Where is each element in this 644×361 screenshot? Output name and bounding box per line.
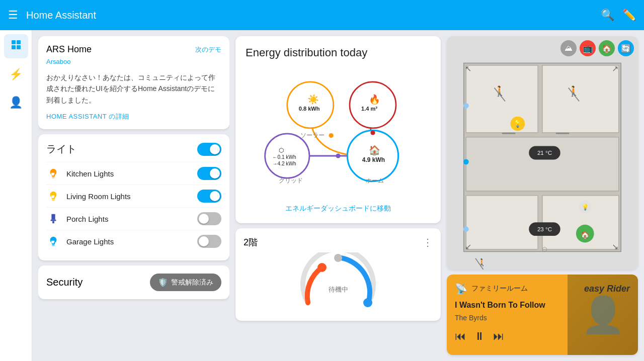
play-pause-button[interactable]: ⏸ bbox=[474, 330, 485, 343]
svg-text:🔥: 🔥 bbox=[369, 94, 380, 105]
next-track-button[interactable]: ⏭ bbox=[493, 330, 504, 343]
cast-icon: 📡 bbox=[455, 283, 467, 295]
svg-text:💡: 💡 bbox=[513, 119, 522, 128]
search-icon[interactable]: 🔍 bbox=[601, 9, 614, 22]
svg-rect-40 bbox=[466, 137, 618, 191]
shield-icon: 🛡️ bbox=[158, 278, 168, 287]
svg-point-33 bbox=[334, 254, 342, 262]
menu-icon[interactable]: ☰ bbox=[8, 9, 18, 22]
svg-rect-67 bbox=[556, 133, 570, 134]
sidebar-item-lightning[interactable]: ⚡ bbox=[4, 62, 28, 86]
svg-rect-6 bbox=[52, 200, 55, 200]
music-controls: ⏮ ⏸ ⏭ bbox=[455, 330, 630, 343]
music-song-title: I Wasn't Born To Follow bbox=[455, 301, 630, 310]
floor-plan-container: ↖ ↗ ↙ ↘ 🚶 🚶 💡 bbox=[447, 36, 638, 269]
thermostat-more-icon[interactable]: ⋮ bbox=[423, 236, 433, 248]
left-column: ARS Home 次のデモ Arsaboo おかえりなさい！あなたは、コミュニテ… bbox=[38, 36, 229, 355]
disarmed-label: 警戒解除済み bbox=[171, 278, 213, 287]
porch-lights-toggle[interactable] bbox=[197, 212, 221, 225]
svg-rect-7 bbox=[52, 200, 55, 201]
lights-card: ライト Kitchen Lights bbox=[38, 134, 229, 260]
lightning-icon: ⚡ bbox=[9, 68, 23, 81]
svg-text:4.9 kWh: 4.9 kWh bbox=[362, 156, 385, 163]
arsaboo-link[interactable]: Arsaboo bbox=[46, 58, 70, 65]
sidebar-item-person[interactable]: 👤 bbox=[4, 91, 28, 115]
floor-plan-card: ⛰ 📺 🏠 🔄 bbox=[447, 36, 638, 269]
music-brand: easy Rider bbox=[584, 284, 630, 294]
energy-dashboard-link[interactable]: エネルギーダッシュボードに移動 bbox=[246, 200, 431, 213]
garage-light-icon bbox=[46, 234, 60, 248]
svg-text:グリッド: グリッド bbox=[279, 177, 303, 184]
welcome-card: ARS Home 次のデモ Arsaboo おかえりなさい！あなたは、コミュニテ… bbox=[38, 36, 229, 129]
svg-point-26 bbox=[347, 130, 398, 181]
app-title: Home Assistant bbox=[26, 10, 601, 21]
porch-lights-row: Porch Lights bbox=[46, 207, 221, 230]
tv-btn[interactable]: 📺 bbox=[580, 40, 596, 56]
music-source: 📡 ファミリールーム easy Rider bbox=[455, 283, 630, 295]
thermostat-title: 2階 bbox=[244, 236, 258, 248]
svg-point-35 bbox=[363, 298, 372, 307]
svg-text:⬡: ⬡ bbox=[279, 147, 284, 154]
svg-text:↖: ↖ bbox=[465, 64, 471, 73]
security-card: Security 🛡️ 警戒解除済み bbox=[38, 265, 229, 299]
svg-text:💡: 💡 bbox=[582, 204, 589, 211]
lights-title: ライト bbox=[46, 142, 76, 156]
thermostat-dial: 待機中 bbox=[244, 252, 433, 313]
living-room-lights-toggle[interactable] bbox=[197, 190, 221, 203]
svg-text:ホーム: ホーム bbox=[366, 177, 384, 184]
edit-icon[interactable]: ✏️ bbox=[622, 9, 636, 22]
refresh-btn[interactable]: 🔄 bbox=[618, 40, 634, 56]
svg-text:21 °C: 21 °C bbox=[537, 149, 552, 156]
svg-text:↘: ↘ bbox=[612, 242, 618, 251]
svg-point-31 bbox=[329, 133, 334, 138]
living-room-lights-name: Living Room Lights bbox=[66, 192, 197, 201]
garage-lights-toggle[interactable] bbox=[197, 235, 221, 248]
prev-track-button[interactable]: ⏮ bbox=[455, 330, 466, 343]
svg-rect-4 bbox=[52, 177, 55, 177]
porch-lights-name: Porch Lights bbox=[66, 215, 197, 223]
floor-top-bar: ⛰ 📺 🏠 🔄 bbox=[560, 40, 634, 56]
person-icon: 👤 bbox=[9, 96, 23, 109]
svg-rect-11 bbox=[52, 245, 55, 245]
porch-light-icon bbox=[46, 212, 60, 226]
svg-point-63 bbox=[463, 103, 469, 109]
svg-text:←0.1 kWh: ←0.1 kWh bbox=[272, 154, 296, 160]
lights-master-toggle[interactable] bbox=[197, 143, 221, 156]
svg-text:→4.2 kWh: →4.2 kWh bbox=[272, 161, 296, 166]
kitchen-lights-toggle[interactable] bbox=[197, 167, 221, 180]
svg-rect-1 bbox=[17, 40, 21, 44]
music-card-inner: 📡 ファミリールーム easy Rider I Wasn't Born To F… bbox=[455, 283, 630, 343]
sidebar: ⚡ 👤 bbox=[0, 30, 32, 361]
svg-point-13 bbox=[287, 82, 334, 128]
music-room-name: ファミリールーム bbox=[471, 284, 528, 293]
svg-rect-2 bbox=[12, 45, 16, 49]
home-btn[interactable]: 🏠 bbox=[599, 40, 615, 56]
sidebar-item-dashboard[interactable] bbox=[4, 34, 28, 58]
next-demo-link[interactable]: 次のデモ bbox=[195, 45, 221, 54]
home-title: ARS Home bbox=[46, 44, 92, 55]
svg-point-32 bbox=[370, 130, 375, 135]
app-header: ☰ Home Assistant 🔍 ✏️ bbox=[0, 0, 644, 30]
thermostat-card: 2階 ⋮ 待機中 bbox=[235, 228, 441, 321]
svg-text:🏠: 🏠 bbox=[369, 144, 380, 156]
living-room-light-icon bbox=[46, 189, 60, 203]
svg-text:🏠: 🏠 bbox=[581, 230, 590, 239]
svg-point-30 bbox=[336, 153, 340, 158]
header-actions: 🔍 ✏️ bbox=[601, 9, 636, 22]
kitchen-light-icon bbox=[46, 166, 60, 180]
svg-point-65 bbox=[463, 226, 469, 232]
welcome-text: おかえりなさい！あなたは、コミュニティによって作成された優れたUIを紹介するHo… bbox=[46, 72, 221, 106]
svg-text:↗: ↗ bbox=[612, 64, 618, 73]
disarmed-button[interactable]: 🛡️ 警戒解除済み bbox=[150, 274, 221, 291]
floor-plan-svg: ↖ ↗ ↙ ↘ 🚶 🚶 💡 bbox=[447, 36, 638, 269]
main-content: ARS Home 次のデモ Arsaboo おかえりなさい！あなたは、コミュニテ… bbox=[32, 30, 644, 361]
svg-text:23 °C: 23 °C bbox=[537, 226, 552, 232]
svg-text:↙: ↙ bbox=[465, 242, 471, 251]
right-column: ⛰ 📺 🏠 🔄 bbox=[447, 36, 638, 355]
svg-text:☀️: ☀️ bbox=[307, 94, 319, 105]
details-link[interactable]: HOME ASSISTANT の詳細 bbox=[46, 113, 129, 120]
mountain-btn[interactable]: ⛰ bbox=[560, 40, 577, 56]
energy-diagram: ☀️ 0.8 kWh ソーラー 🔥 1.4 m³ ガス ⬡ ←0.1 kWh →… bbox=[246, 67, 431, 198]
svg-rect-8 bbox=[51, 214, 55, 220]
thermostat-svg: 待機中 bbox=[298, 252, 378, 313]
